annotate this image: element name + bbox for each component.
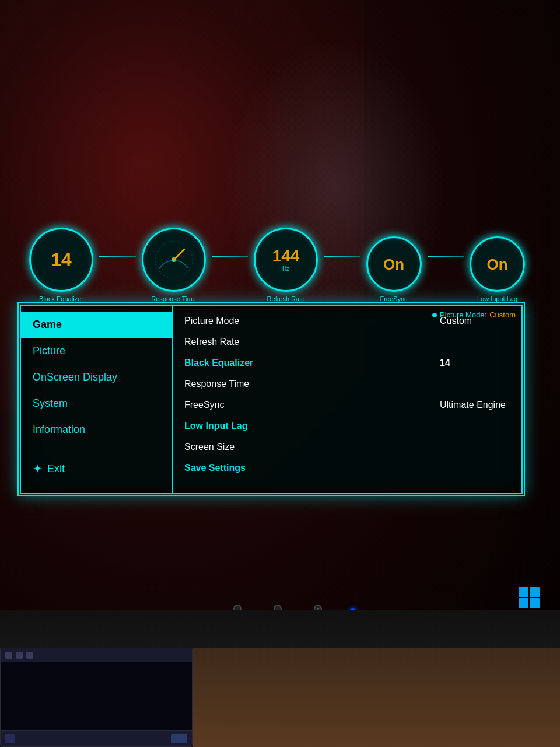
osd-overlay: 14 Black Equalizer Response Time	[18, 228, 525, 496]
menu-item-black-equalizer[interactable]: Black Equalizer 14	[173, 352, 522, 374]
menu-response-time-label: Response Time	[184, 379, 440, 389]
svg-point-2	[172, 257, 176, 262]
stat-bar: 14 Black Equalizer Response Time	[18, 228, 525, 302]
windows-logo	[519, 587, 540, 608]
menu-refresh-rate-label: Refresh Rate	[184, 337, 440, 347]
sidebar-system-label: System	[33, 397, 68, 409]
black-equalizer-label: Black Equalizer	[39, 295, 83, 302]
menu-freesync-label: FreeSync	[184, 400, 440, 410]
gauge-svg	[150, 236, 197, 283]
menu-item-screen-size[interactable]: Screen Size	[173, 437, 522, 458]
menu-item-picture-mode[interactable]: Picture Mode Custom	[173, 310, 522, 331]
menu-save-settings-label: Save Settings	[184, 463, 440, 473]
connector-3	[324, 256, 360, 257]
menu-item-freesync[interactable]: FreeSync Ultimate Engine	[173, 395, 522, 416]
exit-label: Exit	[47, 463, 65, 475]
response-time-label: Response Time	[151, 295, 195, 302]
content-area: Picture Mode: Custom Picture Mode Custom…	[173, 306, 522, 493]
connector-1	[99, 256, 136, 257]
refresh-rate-circle: 144 Hz	[254, 228, 318, 292]
sidebar-item-game[interactable]: Game	[21, 312, 172, 338]
sidebar-osd-label: OnScreen Display	[33, 371, 117, 383]
menu-black-eq-value: 14	[440, 358, 510, 368]
menu-item-save-settings[interactable]: Save Settings	[173, 458, 522, 479]
menu-item-refresh-rate[interactable]: Refresh Rate	[173, 331, 522, 352]
low-input-lag-dial[interactable]: On Low Input Lag	[470, 236, 525, 302]
freesync-circle: On	[366, 236, 422, 292]
black-equalizer-value: 14	[51, 250, 72, 269]
refresh-rate-label: Refresh Rate	[267, 295, 305, 302]
win-cell-tl	[519, 587, 528, 597]
low-input-lag-label: Low Input Lag	[477, 295, 517, 302]
menu-low-input-lag-label: Low Input Lag	[184, 421, 440, 431]
sm-task-icon-1	[5, 734, 15, 743]
win-cell-br	[530, 598, 540, 608]
sidebar-exit[interactable]: ✦ Exit	[21, 455, 172, 483]
freesync-label: FreeSync	[380, 295, 407, 302]
sm-icon-1	[5, 652, 12, 659]
menu-item-response-time[interactable]: Response Time	[173, 374, 522, 395]
menu-screen-size-label: Screen Size	[184, 442, 440, 452]
sidebar-item-picture[interactable]: Picture	[21, 338, 172, 364]
osd-panel-inner: Game Picture OnScreen Display System Inf…	[21, 306, 522, 493]
menu-freesync-value: Ultimate Engine	[440, 400, 510, 410]
sidebar-game-label: Game	[33, 319, 62, 330]
osd-sidebar: Game Picture OnScreen Display System Inf…	[21, 306, 173, 493]
refresh-rate-value: 144	[272, 248, 300, 264]
osd-panel-outer: Game Picture OnScreen Display System Inf…	[18, 302, 525, 496]
connector-2	[212, 256, 249, 257]
sidebar-item-onscreen-display[interactable]: OnScreen Display	[21, 364, 172, 390]
osd-panel: Game Picture OnScreen Display System Inf…	[20, 305, 523, 494]
freesync-value: On	[383, 257, 404, 272]
response-time-dial[interactable]: Response Time	[142, 228, 206, 302]
sidebar-picture-label: Picture	[33, 345, 65, 357]
low-input-lag-value: On	[487, 257, 508, 272]
response-time-circle	[142, 228, 206, 292]
refresh-rate-unit: Hz	[282, 266, 289, 272]
sm-task-icon-2	[171, 734, 187, 743]
refresh-rate-dial[interactable]: 144 Hz Refresh Rate	[254, 228, 318, 302]
desk-surface	[192, 648, 560, 747]
menu-picture-mode-value: Custom	[440, 316, 510, 326]
freesync-dial[interactable]: On FreeSync	[366, 236, 422, 302]
menu-picture-mode-label: Picture Mode	[184, 316, 440, 326]
black-equalizer-dial[interactable]: 14 Black Equalizer	[29, 228, 93, 302]
win-cell-tr	[530, 587, 540, 597]
connector-4	[428, 256, 464, 257]
menu-item-low-input-lag[interactable]: Low Input Lag	[173, 416, 522, 437]
sm-icon-3	[26, 652, 33, 659]
second-monitor-titlebar	[1, 648, 192, 662]
sm-screen-content	[1, 662, 192, 730]
menu-black-eq-label: Black Equalizer	[184, 358, 440, 368]
exit-icon: ✦	[33, 462, 43, 476]
win-cell-bl	[519, 598, 528, 608]
second-monitor	[0, 648, 192, 747]
sm-icon-2	[16, 652, 23, 659]
sm-taskbar	[1, 730, 192, 746]
black-equalizer-circle: 14	[29, 228, 93, 292]
low-input-lag-circle: On	[470, 236, 525, 292]
sidebar-item-system[interactable]: System	[21, 390, 172, 417]
sidebar-information-label: Information	[33, 424, 85, 435]
sidebar-item-information[interactable]: Information	[21, 417, 172, 443]
